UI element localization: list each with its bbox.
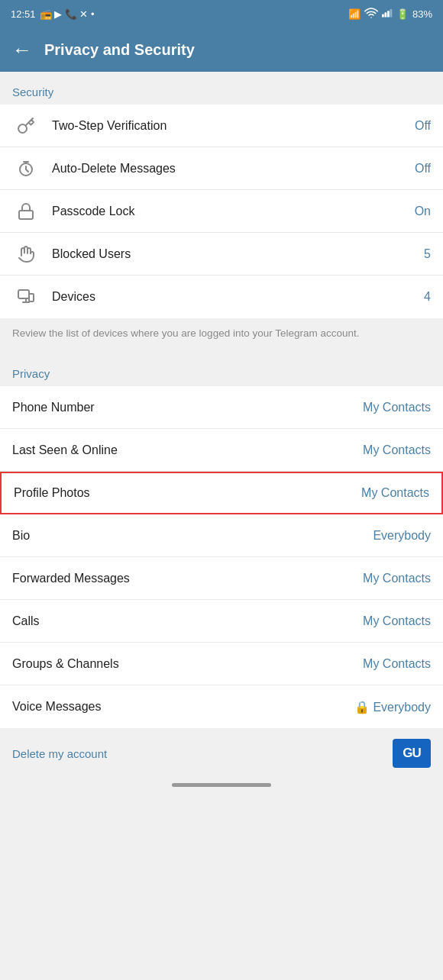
bio-label: Bio [12, 529, 373, 543]
call-icon: 📶 [348, 8, 361, 20]
phone-number-label: Phone Number [12, 401, 363, 414]
signal-icon [382, 8, 393, 21]
profile-photos-label: Profile Photos [14, 486, 361, 500]
passcode-value: On [415, 205, 431, 218]
privacy-list: Phone Number My Contacts Last Seen & Onl… [0, 386, 443, 728]
bio-value: Everybody [373, 529, 431, 543]
delete-account-link[interactable]: Delete my account [12, 747, 107, 760]
gadgets-to-use-logo: GU [393, 739, 431, 768]
svg-rect-1 [384, 12, 386, 17]
devices-label: Devices [52, 290, 418, 304]
two-step-verification-item[interactable]: Two-Step Verification Off [0, 105, 443, 147]
key-icon [12, 117, 40, 135]
blocked-users-value: 5 [424, 247, 431, 261]
passcode-lock-item[interactable]: Passcode Lock On [0, 190, 443, 233]
lock-icon [12, 202, 40, 221]
svg-rect-5 [19, 211, 33, 219]
svg-rect-7 [29, 294, 34, 301]
status-left: 12:51 📻 ▶ 📞 ✕ • [11, 8, 95, 20]
calls-item[interactable]: Calls My Contacts [0, 600, 443, 643]
svg-rect-2 [387, 11, 390, 17]
timer-icon [12, 160, 40, 178]
forwarded-messages-item[interactable]: Forwarded Messages My Contacts [0, 557, 443, 600]
security-list: Two-Step Verification Off Auto-Delete Me… [0, 105, 443, 318]
home-bar [172, 783, 271, 787]
footer: Delete my account GU [0, 728, 443, 775]
devices-description: Review the list of devices where you are… [0, 318, 443, 353]
calls-label: Calls [12, 614, 363, 628]
voice-messages-value: 🔒 🔒 Everybody Everybody [354, 700, 431, 714]
auto-delete-item[interactable]: Auto-Delete Messages Off [0, 147, 443, 190]
battery-icon: 🔋 [396, 8, 409, 20]
bio-item[interactable]: Bio Everybody [0, 514, 443, 557]
devices-item[interactable]: Devices 4 [0, 276, 443, 318]
wifi-icon [364, 8, 378, 21]
status-bar: 12:51 📻 ▶ 📞 ✕ • 📶 🔋 83% [0, 0, 443, 27]
voice-messages-label: Voice Messages [12, 700, 354, 714]
back-button[interactable]: ← [12, 38, 32, 62]
last-seen-item[interactable]: Last Seen & Online My Contacts [0, 429, 443, 472]
status-right: 📶 🔋 83% [348, 8, 432, 21]
battery-percent: 83% [412, 8, 432, 20]
passcode-label: Passcode Lock [52, 205, 409, 218]
privacy-section-label: Privacy [0, 353, 443, 386]
blocked-users-item[interactable]: Blocked Users 5 [0, 233, 443, 276]
status-icons: 📻 ▶ 📞 ✕ • [40, 8, 95, 20]
home-indicator [0, 775, 443, 791]
devices-value: 4 [424, 290, 431, 304]
svg-rect-0 [382, 14, 384, 17]
auto-delete-label: Auto-Delete Messages [52, 162, 409, 176]
phone-number-value: My Contacts [363, 401, 431, 414]
lock-premium-icon: 🔒 [354, 701, 370, 714]
groups-channels-item[interactable]: Groups & Channels My Contacts [0, 643, 443, 685]
two-step-value: Off [415, 119, 431, 133]
forwarded-messages-label: Forwarded Messages [12, 572, 363, 585]
two-step-label: Two-Step Verification [52, 119, 409, 133]
last-seen-value: My Contacts [363, 443, 431, 457]
page-title: Privacy and Security [44, 41, 195, 59]
phone-number-item[interactable]: Phone Number My Contacts [0, 386, 443, 429]
blocked-users-label: Blocked Users [52, 247, 418, 261]
security-section-label: Security [0, 72, 443, 105]
calls-value: My Contacts [363, 614, 431, 628]
content: Security Two-Step Verification Off Auto-… [0, 72, 443, 791]
forwarded-messages-value: My Contacts [363, 572, 431, 585]
voice-messages-item[interactable]: Voice Messages 🔒 🔒 Everybody Everybody [0, 685, 443, 728]
profile-photos-value: My Contacts [361, 486, 429, 500]
status-time: 12:51 [11, 8, 36, 20]
header: ← Privacy and Security [0, 27, 443, 72]
hand-icon [12, 245, 40, 263]
svg-rect-3 [390, 9, 392, 18]
groups-channels-label: Groups & Channels [12, 657, 363, 671]
auto-delete-value: Off [415, 162, 431, 176]
last-seen-label: Last Seen & Online [12, 443, 363, 457]
svg-rect-6 [18, 290, 29, 298]
profile-photos-item[interactable]: Profile Photos My Contacts [0, 472, 443, 514]
devices-icon [12, 288, 40, 306]
groups-channels-value: My Contacts [363, 657, 431, 671]
